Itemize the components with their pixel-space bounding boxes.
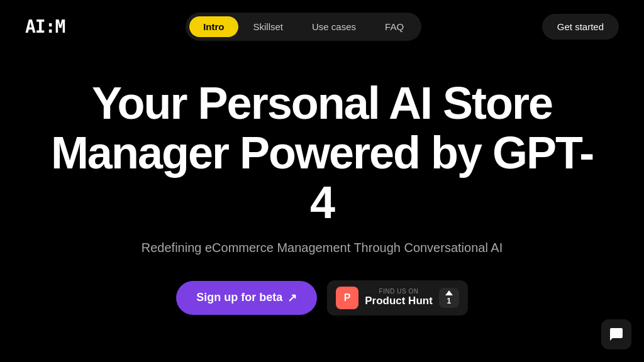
hero-title-line1: Your Personal AI Store bbox=[92, 78, 552, 128]
logo: AI:M bbox=[25, 16, 65, 37]
arrow-icon: ↗ bbox=[287, 291, 297, 305]
product-hunt-logo: P bbox=[336, 287, 358, 309]
navbar: AI:M Intro Skillset Use cases FAQ Get st… bbox=[0, 0, 644, 53]
chat-button[interactable] bbox=[601, 319, 631, 349]
ph-upvote-count: 1 bbox=[447, 297, 451, 305]
ph-name: Product Hunt bbox=[365, 295, 433, 307]
product-hunt-text: FIND US ON Product Hunt bbox=[365, 288, 433, 307]
signup-button[interactable]: Sign up for beta ↗ bbox=[176, 281, 317, 315]
ph-triangle-icon bbox=[445, 290, 453, 295]
ph-logo-letter: P bbox=[344, 292, 351, 304]
hero-section: Your Personal AI Store Manager Powered b… bbox=[0, 53, 644, 315]
tab-skillset[interactable]: Skillset bbox=[240, 16, 297, 37]
product-hunt-badge[interactable]: P FIND US ON Product Hunt 1 bbox=[327, 280, 468, 315]
ph-find-us-label: FIND US ON bbox=[365, 288, 433, 295]
chat-icon bbox=[609, 327, 624, 342]
logo-text: AI:M bbox=[25, 16, 65, 37]
nav-tabs: Intro Skillset Use cases FAQ bbox=[186, 13, 421, 41]
hero-subtitle: Redefining eCommerce Management Through … bbox=[142, 241, 502, 255]
get-started-button[interactable]: Get started bbox=[542, 14, 619, 40]
tab-use-cases[interactable]: Use cases bbox=[298, 16, 370, 37]
hero-title: Your Personal AI Store Manager Powered b… bbox=[39, 79, 605, 228]
tab-faq[interactable]: FAQ bbox=[371, 16, 418, 37]
ph-upvote-section[interactable]: 1 bbox=[439, 288, 459, 308]
tab-intro[interactable]: Intro bbox=[189, 16, 238, 37]
hero-title-line2: Manager Powered by GPT-4 bbox=[51, 128, 593, 228]
signup-label: Sign up for beta bbox=[196, 291, 282, 304]
cta-row: Sign up for beta ↗ P FIND US ON Product … bbox=[176, 280, 468, 315]
